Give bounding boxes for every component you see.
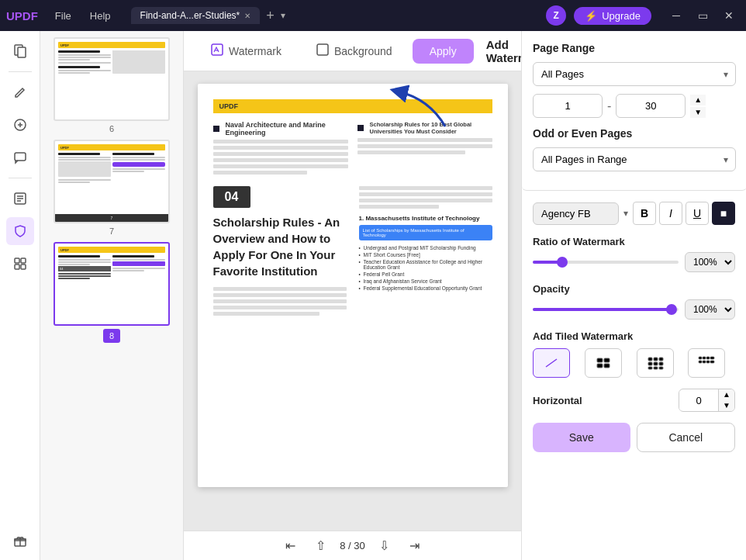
left-sidebar: [0, 31, 40, 560]
bottom-navigation: ⇤ ⇧ 8 / 30 ⇩ ⇥: [184, 531, 521, 560]
svg-rect-32: [710, 357, 714, 359]
horizontal-label: Horizontal: [533, 395, 672, 406]
svg-rect-17: [604, 358, 610, 362]
opacity-value-display: 100%: [685, 299, 735, 320]
ratio-slider-thumb[interactable]: [557, 257, 568, 268]
first-page-button[interactable]: ⇤: [279, 535, 302, 556]
range-to-down[interactable]: ▼: [690, 107, 706, 118]
svg-rect-36: [710, 361, 714, 363]
opacity-slider-track[interactable]: [533, 308, 679, 311]
thumbnail-7[interactable]: UPDF: [47, 140, 177, 236]
cancel-button[interactable]: Cancel: [637, 423, 736, 452]
sidebar-icon-gift[interactable]: [6, 526, 34, 554]
mit-heading: 1. Massachusetts Institute of Technology: [359, 215, 492, 222]
tiled-option-grid1[interactable]: [585, 348, 622, 378]
svg-rect-35: [706, 361, 710, 363]
maximize-button[interactable]: ▭: [692, 5, 713, 26]
horizontal-value-input[interactable]: [679, 391, 718, 410]
page-columns: Naval Architecture and Marine Engineerin…: [213, 121, 492, 177]
range-to-input[interactable]: [616, 94, 686, 118]
active-tab[interactable]: Find-and-A...er-Studies* ✕: [131, 7, 261, 24]
close-button[interactable]: ✕: [718, 5, 740, 26]
page-range-inputs: - ▲ ▼: [533, 94, 736, 118]
main-section: 04 Scholarship Rules - An Overview and H…: [213, 186, 492, 318]
ratio-slider-track[interactable]: [533, 261, 679, 264]
badge: List of Scholarships by Massachusetts In…: [359, 225, 492, 240]
opacity-slider-fill: [533, 308, 672, 311]
apply-button[interactable]: Apply: [413, 39, 474, 64]
right-panel: Page Range All Pages ▾ - ▲ ▼ Odd or Even…: [521, 31, 746, 560]
underline-button[interactable]: U: [686, 202, 709, 225]
list-item-4: Federal Pell Grant: [359, 271, 492, 277]
background-tab[interactable]: Background: [302, 36, 406, 66]
window-controls: ─ ▭ ✕: [665, 5, 740, 26]
font-dropdown-arrow: ▾: [623, 208, 628, 219]
save-button[interactable]: Save: [533, 423, 630, 452]
sidebar-divider-2: [9, 178, 32, 178]
svg-rect-29: [699, 357, 702, 359]
italic-button[interactable]: I: [659, 202, 682, 225]
main-title: Scholarship Rules - An Overview and How …: [213, 214, 347, 279]
range-dash: -: [607, 99, 611, 113]
range-from-input[interactable]: [533, 94, 603, 118]
ratio-value-display: 100%: [685, 252, 735, 272]
tiled-option-diagonal[interactable]: [533, 348, 570, 378]
sidebar-icon-pages[interactable]: [6, 37, 34, 65]
next-page-button[interactable]: ⇩: [373, 535, 395, 556]
sidebar-icon-protect[interactable]: [6, 217, 34, 245]
opacity-value-select[interactable]: 100%: [685, 299, 735, 320]
titlebar: UPDF File Help Find-and-A...er-Studies* …: [0, 0, 746, 31]
horizontal-up[interactable]: ▲: [719, 389, 734, 400]
page-header-bar: UPDF: [213, 99, 492, 113]
prev-page-button[interactable]: ⇧: [309, 535, 332, 556]
main-left: 04 Scholarship Rules - An Overview and H…: [213, 186, 347, 318]
thumbnail-6[interactable]: UPDF: [47, 37, 177, 133]
menu-help[interactable]: Help: [82, 7, 119, 25]
watermark-tab[interactable]: Watermark: [196, 36, 295, 66]
thumbnail-8[interactable]: UPDF 04: [47, 242, 177, 343]
tab-bar: Find-and-A...er-Studies* ✕ + ▾: [131, 7, 541, 24]
menu-file[interactable]: File: [47, 7, 79, 25]
bold-button[interactable]: B: [633, 202, 656, 225]
sidebar-icon-edit[interactable]: [6, 78, 34, 106]
sidebar-icon-comment[interactable]: [6, 143, 34, 171]
ratio-section: Ratio of Watermark 100%: [533, 236, 735, 272]
thumb-num-7: 7: [109, 226, 114, 236]
tiled-option-grid3[interactable]: [688, 348, 725, 378]
font-row: Agency FB ▾ B I U ■: [533, 202, 735, 225]
svg-rect-8: [21, 264, 26, 269]
font-select[interactable]: Agency FB: [533, 202, 619, 225]
range-to-up[interactable]: ▲: [690, 95, 706, 105]
minimize-button[interactable]: ─: [665, 5, 687, 26]
sidebar-icon-annotate[interactable]: [6, 111, 34, 139]
tab-dropdown-button[interactable]: ▾: [281, 10, 285, 21]
odd-even-select[interactable]: All Pages in Range: [533, 147, 736, 171]
action-buttons: Save Cancel: [522, 423, 746, 463]
list-item-2: MIT Short Courses [Free]: [359, 252, 492, 258]
list-item-5: Iraq and Afghanistan Service Grant: [359, 278, 492, 284]
svg-rect-18: [597, 364, 603, 368]
svg-rect-23: [648, 362, 652, 365]
opacity-slider-thumb[interactable]: [666, 304, 677, 315]
tab-close-button[interactable]: ✕: [244, 12, 250, 20]
all-pages-select[interactable]: All Pages: [533, 62, 736, 86]
new-tab-button[interactable]: +: [266, 8, 275, 24]
svg-rect-34: [703, 361, 706, 363]
app-logo: UPDF: [6, 9, 38, 22]
horizontal-down[interactable]: ▼: [719, 400, 734, 411]
ratio-value-select[interactable]: 100%: [685, 252, 735, 272]
color-button[interactable]: ■: [712, 202, 735, 225]
svg-rect-1: [18, 47, 26, 57]
color-swatch: ■: [720, 207, 727, 220]
last-page-button[interactable]: ⇥: [403, 535, 426, 556]
tiled-label: Add Tiled Watermark: [533, 330, 735, 342]
tiled-option-grid2[interactable]: [637, 348, 674, 378]
sidebar-icon-organize[interactable]: [6, 250, 34, 278]
page-right-col: Scholarship Rules for 10 Best Global Uni…: [357, 121, 492, 177]
sidebar-icon-form[interactable]: [6, 185, 34, 213]
svg-rect-21: [654, 358, 658, 361]
horizontal-arrows: ▲ ▼: [718, 389, 734, 411]
watermark-tab-icon: [210, 43, 224, 60]
upgrade-button[interactable]: ⚡ Upgrade: [574, 7, 651, 25]
opacity-slider-row: 100%: [533, 299, 735, 320]
